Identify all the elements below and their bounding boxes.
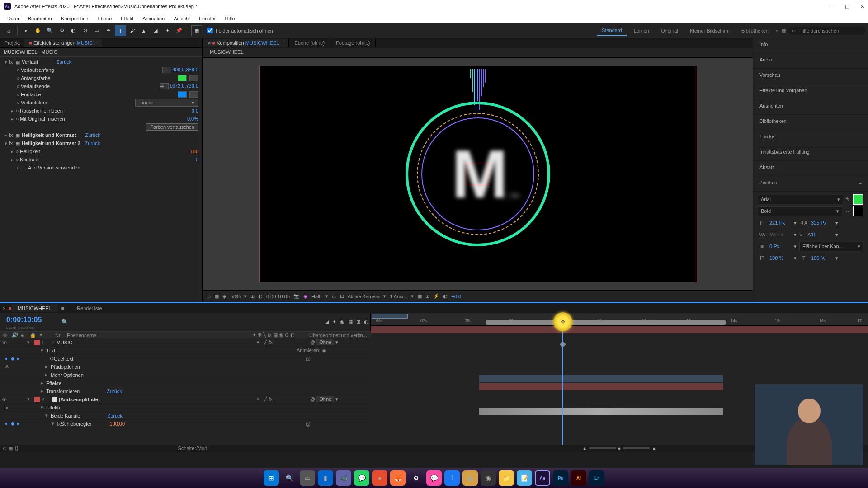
workspace-overflow-icon[interactable]: » — [776, 28, 778, 33]
fill-color-swatch[interactable] — [853, 194, 863, 205]
taskbar-photoshop[interactable]: Ps — [553, 470, 568, 486]
res-icon[interactable]: ⊞ — [250, 293, 255, 299]
composition-viewer[interactable]: MUS — [203, 58, 753, 290]
region-icon[interactable]: ▭ — [332, 293, 336, 299]
taskbar-messenger[interactable]: 💬 — [426, 470, 442, 486]
verlaufsende-value[interactable]: 1672,0,730,0 — [170, 83, 198, 89]
taskbar-teams[interactable]: 📹 — [336, 470, 351, 486]
panel-content-aware[interactable]: Inhaltsbasierte Füllung — [753, 145, 868, 161]
camera-select[interactable]: Aktive Kamera — [348, 294, 380, 299]
taskbar-notepad[interactable]: 📝 — [517, 470, 532, 486]
taskbar-app-1[interactable]: ● — [372, 470, 387, 486]
prop-helligkeit[interactable]: Helligkeit — [20, 149, 40, 154]
3d-icon[interactable]: ▦ — [417, 293, 422, 299]
color-label[interactable] — [34, 340, 40, 345]
menu-fenster[interactable]: Fenster — [194, 14, 220, 23]
prop-rauschen[interactable]: Rauschen einfügen — [20, 108, 63, 113]
pin-tool[interactable]: 📌 — [174, 25, 184, 36]
viewer-timecode[interactable]: 0:00:10:05 — [266, 294, 290, 299]
parent-select[interactable]: Ohne — [316, 396, 334, 402]
text-group[interactable]: ▾TextAnimieren: ◉ — [0, 347, 371, 355]
color-swatch-start[interactable] — [178, 75, 187, 81]
timeline-tab[interactable]: MUSICWHEEL — [11, 304, 58, 312]
orbit-tool[interactable]: ⟲ — [56, 25, 67, 36]
layer-row-2[interactable]: 👁▾2[Audioamplitude]✦ ╱ fx@ Ohne ▾ — [0, 395, 371, 404]
audio-waveform[interactable] — [479, 408, 723, 415]
workspace-kleiner[interactable]: Kleiner Bildschirm — [685, 26, 734, 35]
reset-link[interactable]: Zurück — [107, 413, 123, 418]
verlaufsanfang-value[interactable]: 406,0,388,0 — [172, 67, 198, 73]
render-queue-icon[interactable]: ▦ — [9, 446, 13, 451]
menu-effekt[interactable]: Effekt — [116, 14, 138, 23]
panel-zeichen[interactable]: Zeichen≡ — [753, 176, 868, 192]
stroke-color-swatch[interactable] — [853, 206, 863, 216]
taskbar-app-2[interactable]: ⚙ — [408, 470, 424, 486]
channel-icon[interactable]: ◐ — [258, 293, 263, 299]
renderlist-tab[interactable]: Renderliste — [68, 304, 111, 312]
menu-ebene[interactable]: Ebene — [93, 14, 116, 23]
playhead[interactable]: ✥ — [562, 313, 563, 452]
reset-link[interactable]: Zurück — [57, 59, 72, 65]
prop-schieberegler[interactable]: ◂◆▸▾fx Schieberegler100,00@ — [0, 420, 371, 428]
panel-tracker[interactable]: Tracker — [753, 130, 868, 145]
prop-verlaufsanfang[interactable]: Verlaufsanfang — [21, 67, 54, 73]
prop-anfangsfarbe[interactable]: Anfangsfarbe — [21, 75, 50, 81]
reset-link[interactable]: Zurück — [85, 132, 100, 138]
effect-helligkeit-kontrast[interactable]: Helligkeit und Kontrast — [22, 132, 76, 138]
prop-verlaufsende[interactable]: Verlaufsende — [21, 84, 50, 89]
panel-audio[interactable]: Audio — [753, 53, 868, 69]
brainstorm-icon[interactable]: ◐ — [364, 319, 368, 325]
eye-column-icon[interactable]: 👁 — [3, 333, 9, 338]
resolution-select[interactable]: Halb — [311, 294, 322, 299]
workspace-lernen[interactable]: Lernen — [629, 26, 654, 35]
effect-helligkeit-kontrast-2[interactable]: Helligkeit und Kontrast 2 — [22, 141, 80, 146]
panel-absatz[interactable]: Absatz — [753, 161, 868, 176]
panel-menu-icon[interactable]: ≡ — [859, 180, 862, 188]
panel-ausrichten[interactable]: Ausrichten — [753, 99, 868, 115]
prev-keyframe-icon[interactable]: ◂ — [5, 356, 7, 361]
bracket-icon[interactable]: {} — [15, 446, 18, 451]
taskbar-taskview[interactable]: ▭ — [300, 470, 315, 486]
crosshair-icon[interactable]: ✛ — [162, 67, 171, 73]
taskbar-search[interactable]: 🔍 — [282, 470, 297, 486]
crosshair-icon[interactable]: ✛ — [160, 83, 169, 89]
farben-vertauschen-button[interactable]: Farben vertauschen — [146, 123, 198, 131]
transparency-icon[interactable]: ▦ — [214, 293, 219, 299]
eyedropper-icon[interactable] — [189, 91, 198, 98]
eyedropper-icon[interactable]: ✎ — [846, 197, 850, 202]
taskbar-facebook[interactable]: f — [444, 470, 460, 486]
twist-icon[interactable]: ▾ — [4, 59, 8, 65]
font-weight-select[interactable]: Bold▾ — [758, 206, 842, 216]
stroke-width-value[interactable]: 0 Px — [769, 244, 791, 249]
panel-info[interactable]: Info — [753, 38, 868, 53]
eraser-tool[interactable]: ◢ — [150, 25, 161, 36]
taskbar-whatsapp[interactable]: 💬 — [354, 470, 369, 486]
hscale-value[interactable]: 100 % — [811, 255, 833, 261]
eyedropper-icon[interactable] — [189, 75, 198, 81]
mask-icon[interactable]: ▭ — [206, 293, 211, 299]
panel-vorschau[interactable]: Vorschau — [753, 69, 868, 84]
next-keyframe-icon[interactable]: ▸ — [17, 356, 20, 361]
tab-project[interactable]: Projekt — [0, 39, 24, 47]
add-keyframe-icon[interactable]: ◆ — [11, 356, 14, 361]
timeline-timecode[interactable]: 0:00:10:05 — [0, 314, 48, 326]
taskbar-start[interactable]: ⊞ — [264, 470, 279, 486]
hand-tool[interactable]: ✋ — [33, 25, 43, 36]
help-search-input[interactable]: Hilfe durchsuchen — [788, 27, 865, 35]
layer-name[interactable]: [Audioamplitude] — [59, 397, 99, 402]
adaptive-icon[interactable]: ◉ — [222, 293, 227, 299]
maximize-button[interactable]: ▢ — [845, 4, 849, 9]
menu-hilfe[interactable]: Hilfe — [221, 14, 240, 23]
reset-link[interactable]: Zurück — [107, 389, 122, 394]
menu-ansicht[interactable]: Ansicht — [169, 14, 194, 23]
prop-kontrast[interactable]: Kontrast — [20, 157, 38, 162]
schieberegler-value[interactable]: 100,00 — [109, 421, 125, 427]
tab-footage[interactable]: Footage (ohne) — [330, 39, 376, 47]
eye-icon[interactable]: 👁 — [5, 364, 9, 370]
prop-mehr-optionen[interactable]: ▸Mehr Optionen — [0, 371, 371, 379]
clone-tool[interactable]: ▲ — [138, 25, 149, 36]
tab-composition[interactable]: × ■ Komposition MUSICWHEEL ≡ — [203, 39, 289, 47]
auto-open-checkbox[interactable] — [207, 28, 213, 33]
prop-beide-kanaele[interactable]: ▾Beide KanäleZurück — [0, 412, 371, 420]
motion-blur-icon[interactable]: ◉ — [340, 319, 344, 325]
